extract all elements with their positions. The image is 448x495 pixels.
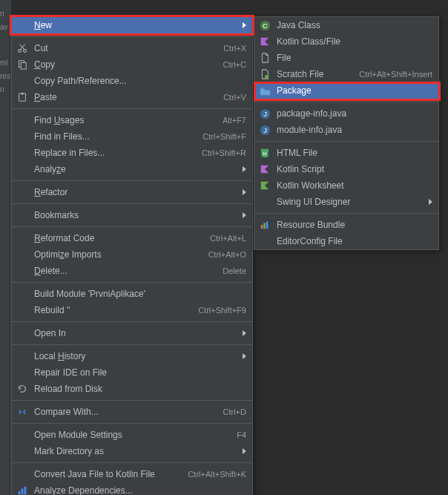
menu-copy[interactable]: CopyCtrl+C	[12, 56, 252, 73]
menu-item-label: Kotlin Script	[277, 164, 432, 174]
sub-kotlin-class[interactable]: Kotlin Class/File	[254, 33, 438, 50]
sub-swing[interactable]: Swing UI Designer	[254, 194, 438, 210]
svg-text:C: C	[263, 22, 268, 29]
menu-item-label: Reload from Disk	[34, 384, 246, 394]
menu-replace-in-files[interactable]: Replace in Files...Ctrl+Shift+R	[12, 145, 252, 161]
blank-icon	[16, 114, 28, 126]
menu-reload[interactable]: Reload from Disk	[12, 381, 252, 397]
blank-icon	[16, 249, 28, 260]
menu-optimize-imports[interactable]: Optimize ImportsCtrl+Alt+O	[12, 246, 252, 263]
submenu-arrow-icon	[243, 22, 246, 28]
menu-item-shortcut: Ctrl+Alt+L	[210, 234, 246, 243]
menu-paste[interactable]: PasteCtrl+V	[12, 89, 252, 105]
menu-item-label: Local History	[34, 351, 238, 361]
sub-scratch[interactable]: Scratch FileCtrl+Alt+Shift+Insert	[254, 66, 438, 82]
menu-item-label: Scratch File	[277, 69, 359, 79]
svg-rect-8	[19, 491, 21, 494]
menu-open-in[interactable]: Open In	[12, 325, 252, 341]
svg-rect-5	[21, 62, 26, 69]
submenu-arrow-icon	[243, 448, 246, 454]
sub-resource-bundle[interactable]: Resource Bundle	[254, 217, 438, 233]
menu-build-module[interactable]: Build Module 'PrvniAplikace'	[12, 286, 252, 302]
menu-rebuild[interactable]: Rebuild ''Ctrl+Shift+F9	[12, 302, 252, 318]
menu-item-shortcut: Alt+F7	[223, 116, 246, 125]
sub-java-class[interactable]: CJava Class	[254, 17, 438, 33]
menu-local-history[interactable]: Local History	[12, 348, 252, 364]
menu-item-label: Package	[277, 85, 432, 96]
menu-item-label: Paste	[34, 92, 223, 102]
menu-delete[interactable]: Delete...Delete	[12, 263, 252, 279]
menu-convert-kotlin[interactable]: Convert Java File to Kotlin FileCtrl+Alt…	[12, 466, 252, 482]
menu-repair-ide[interactable]: Repair IDE on File	[12, 364, 252, 381]
blank-icon	[259, 196, 271, 208]
blank-icon	[16, 429, 28, 441]
svg-rect-10	[24, 487, 27, 495]
reload-icon	[16, 383, 28, 395]
menu-mark-dir[interactable]: Mark Directory as	[12, 443, 252, 459]
submenu-arrow-icon	[243, 353, 246, 359]
blank-icon	[259, 235, 271, 247]
menu-item-label: Bookmarks	[34, 210, 238, 220]
blank-icon	[16, 19, 28, 31]
menu-copy-path[interactable]: Copy Path/Reference...	[12, 73, 252, 89]
menu-item-label: Repair IDE on File	[34, 367, 246, 378]
sub-module-info[interactable]: Jmodule-info.java	[254, 122, 438, 138]
sub-kotlin-ws[interactable]: Kotlin Worksheet	[254, 177, 438, 194]
menu-item-label: Find in Files...	[34, 131, 202, 142]
sub-editorconfig[interactable]: EditorConfig File	[254, 233, 438, 249]
menu-item-label: package-info.java	[277, 108, 432, 119]
sub-html[interactable]: HHTML File	[254, 145, 438, 161]
menu-bookmarks[interactable]: Bookmarks	[12, 207, 252, 223]
menu-item-label: Kotlin Class/File	[277, 36, 432, 47]
menu-item-shortcut: Ctrl+Alt+O	[208, 250, 246, 259]
menu-analyze-deps[interactable]: Analyze Dependencies...	[12, 482, 252, 495]
menu-item-label: Optimize Imports	[34, 249, 208, 260]
menu-item-shortcut: Ctrl+Shift+F	[202, 132, 246, 141]
menu-separator	[12, 108, 252, 109]
menu-item-label: Replace in Files...	[34, 148, 202, 158]
menu-refactor[interactable]: Refactor	[12, 184, 252, 200]
menu-find-usages[interactable]: Find UsagesAlt+F7	[12, 112, 252, 128]
svg-point-1	[24, 50, 27, 53]
menu-find-in-files[interactable]: Find in Files...Ctrl+Shift+F	[12, 128, 252, 145]
menu-separator	[12, 36, 252, 37]
project-sidebar-edge: n av ml res n	[0, 0, 11, 495]
menu-separator	[12, 180, 252, 181]
kotlin-icon	[259, 163, 271, 175]
svg-rect-20	[263, 223, 266, 229]
blank-icon	[16, 265, 28, 277]
menu-new[interactable]: New	[12, 17, 252, 33]
menu-separator	[12, 462, 252, 463]
menu-item-label: Analyze Dependencies...	[34, 485, 246, 495]
menu-analyze[interactable]: Analyze	[12, 161, 252, 177]
sub-kotlin-script[interactable]: Kotlin Script	[254, 161, 438, 177]
menu-module-settings[interactable]: Open Module SettingsF4	[12, 427, 252, 443]
sub-package[interactable]: Package	[254, 82, 438, 99]
menu-cut[interactable]: CutCtrl+X	[12, 40, 252, 56]
kotlin-ws-icon	[259, 180, 271, 191]
compare-icon	[16, 406, 28, 418]
submenu-arrow-icon	[243, 330, 246, 336]
menu-item-label: module-info.java	[277, 125, 432, 135]
menu-item-shortcut: Ctrl+Alt+Shift+Insert	[359, 70, 432, 79]
scratch-icon	[259, 68, 271, 80]
cut-icon	[16, 42, 28, 54]
svg-rect-21	[266, 222, 269, 229]
svg-rect-9	[22, 488, 24, 494]
menu-item-label: New	[34, 20, 238, 30]
submenu-arrow-icon	[243, 189, 246, 195]
blank-icon	[16, 288, 28, 300]
menu-reformat[interactable]: Reformat CodeCtrl+Alt+L	[12, 230, 252, 246]
menu-item-label: Convert Java File to Kotlin File	[34, 469, 188, 479]
sub-file[interactable]: File	[254, 50, 438, 66]
file-icon	[259, 52, 271, 64]
java-class-icon: C	[259, 19, 271, 31]
blank-icon	[16, 327, 28, 339]
menu-item-label: Kotlin Worksheet	[277, 180, 432, 191]
svg-rect-7	[21, 93, 24, 95]
menu-item-shortcut: Delete	[223, 266, 246, 275]
menu-compare[interactable]: Compare With...Ctrl+D	[12, 404, 252, 420]
sub-package-info[interactable]: Jpackage-info.java	[254, 105, 438, 122]
blank-icon	[16, 163, 28, 175]
blank-icon	[16, 304, 28, 316]
